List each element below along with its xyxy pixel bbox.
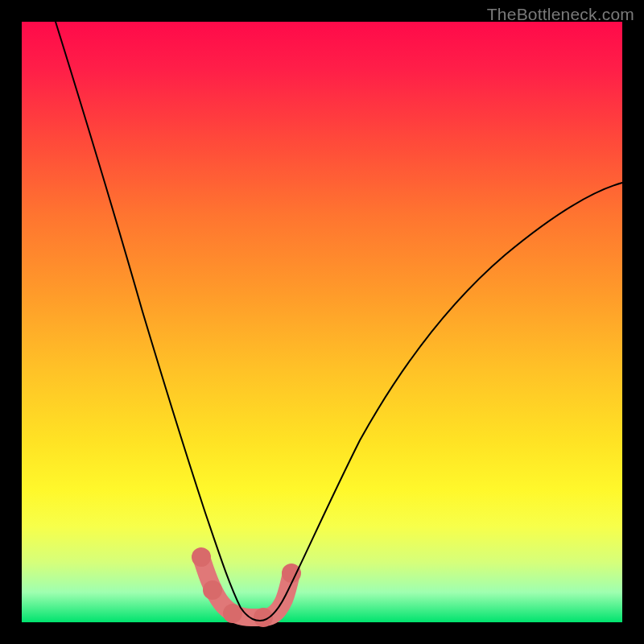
bottleneck-curve	[22, 22, 622, 622]
watermark-text: TheBottleneck.com	[487, 5, 634, 24]
plot-area	[22, 22, 622, 622]
band-knob-left	[203, 580, 222, 600]
band-end-right	[282, 564, 301, 583]
curve-left-branch	[56, 22, 260, 621]
band-end-left	[192, 547, 211, 567]
curve-right-branch	[260, 183, 622, 621]
